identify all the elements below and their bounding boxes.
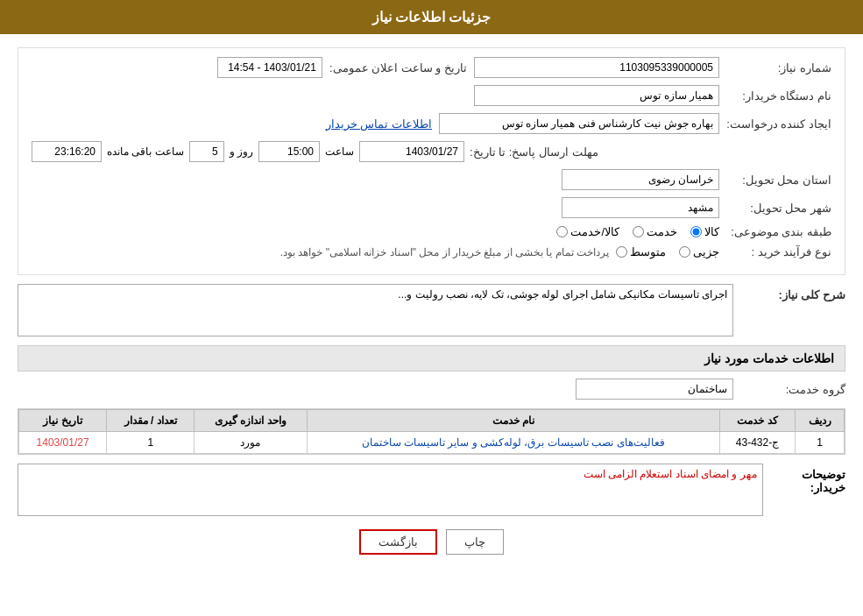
main-content: شماره نیاز: تاریخ و ساعت اعلان عمومی: نا… (0, 34, 863, 568)
col-tedad: تعداد / مقدار (107, 410, 195, 432)
nooe-farayand-label: نوع فرآیند خرید : (726, 245, 831, 258)
col-name: نام خدمت (307, 410, 719, 432)
radio-khadamat[interactable]: خدمت (633, 225, 677, 238)
etelaat-tamas-link[interactable]: اطلاعات تماس خریدار (326, 117, 432, 131)
mohlat-label: مهلت ارسال پاسخ: تا تاریخ: (470, 145, 598, 159)
ostan-input[interactable] (562, 169, 719, 190)
row-name-dastgah: نام دستگاه خریدار: (32, 85, 831, 106)
name-dastgah-input[interactable] (474, 85, 719, 106)
form-section-main: شماره نیاز: تاریخ و ساعت اعلان عمومی: نا… (18, 47, 845, 275)
btn-row: چاپ بازگشت (18, 529, 845, 555)
radio-kala-label: کالا (704, 225, 719, 238)
cell-tedad: 1 (107, 432, 195, 454)
cell-radif: 1 (796, 432, 845, 454)
days-label: روز و (230, 145, 253, 158)
col-vahed: واحد اندازه گیری (195, 410, 307, 432)
tarikh-saat-label: تاریخ و ساعت اعلان عمومی: (329, 61, 467, 74)
ejad-input[interactable] (439, 113, 719, 134)
tarikh-saat-input[interactable] (217, 57, 322, 78)
shomare-niaz-label: شماره نیاز: (726, 61, 831, 74)
shomare-niaz-input[interactable] (474, 57, 719, 78)
shahr-input[interactable] (562, 197, 719, 218)
nooe-note: پرداخت تمام یا بخشی از مبلغ خریدار از مح… (280, 246, 609, 258)
radio-jozii-input[interactable] (679, 246, 690, 258)
radio-kala-input[interactable] (690, 226, 702, 237)
khadamat-section-title: اطلاعات خدمات مورد نیاز (18, 345, 845, 372)
radio-jozii-label: جزیی (693, 245, 719, 258)
name-dastgah-label: نام دستگاه خریدار: (726, 89, 831, 103)
buyer-notes-section: توضیحات خریدار: مهر و امضای اسناد استعلا… (18, 464, 845, 516)
header-title: جزئیات اطلاعات نیاز (372, 10, 492, 25)
radio-motavasset[interactable]: متوسط (616, 245, 666, 258)
radio-khadamat-input[interactable] (633, 226, 644, 237)
page-header: جزئیات اطلاعات نیاز (0, 0, 863, 34)
back-button[interactable]: بازگشت (359, 529, 437, 555)
khadamat-table-container: ردیف کد خدمت نام خدمت واحد اندازه گیری ت… (18, 408, 845, 455)
ostan-label: استان محل تحویل: (726, 173, 831, 187)
radio-kala-khadamat[interactable]: کالا/خدمت (556, 225, 619, 238)
tabaqe-label: طبقه بندی موضوعی: (726, 225, 831, 238)
saat-label: ساعت (325, 145, 354, 158)
sharh-textarea[interactable]: اجرای تاسیسات مکانیکی شامل اجرای لوله جو… (18, 284, 733, 336)
remain-input[interactable] (32, 141, 102, 162)
mohlat-time-input[interactable] (258, 141, 320, 162)
row-tabaqe: طبقه بندی موضوعی: کالا/خدمت خدمت کالا (32, 225, 831, 238)
days-input[interactable] (189, 141, 224, 162)
cell-vahed: مورد (195, 432, 307, 454)
radio-kala[interactable]: کالا (690, 225, 719, 238)
col-kod: کد خدمت (719, 410, 795, 432)
shahr-label: شهر محل تحویل: (726, 202, 831, 215)
page-wrapper: جزئیات اطلاعات نیاز شماره نیاز: تاریخ و … (0, 0, 863, 616)
row-ejad: ایجاد کننده درخواست: اطلاعات تماس خریدار (32, 113, 831, 134)
cell-kod: ج-432-43 (719, 432, 795, 454)
col-tarikh: تاریخ نیاز (19, 410, 107, 432)
tozihat-label: توضیحات خریدار: (772, 464, 845, 494)
radio-jozii[interactable]: جزیی (679, 245, 719, 258)
gorooh-label: گروه خدمت: (740, 383, 845, 396)
row-mohlat: مهلت ارسال پاسخ: تا تاریخ: ساعت روز و سا… (32, 141, 831, 162)
col-radif: ردیف (796, 410, 845, 432)
table-header-row: ردیف کد خدمت نام خدمت واحد اندازه گیری ت… (19, 410, 845, 432)
radio-motavasset-label: متوسط (630, 245, 666, 258)
radio-kala-khadamat-input[interactable] (556, 226, 568, 237)
row-shahr: شهر محل تحویل: (32, 197, 831, 218)
sharh-label: شرح کلی نیاز: (740, 284, 845, 301)
row-shomare-tarikh: شماره نیاز: تاریخ و ساعت اعلان عمومی: (32, 57, 831, 78)
row-sharh: شرح کلی نیاز: اجرای تاسیسات مکانیکی شامل… (18, 284, 845, 336)
table-row: 1 ج-432-43 فعالیت‌های نصب تاسیسات برق، ل… (19, 432, 845, 454)
cell-name: فعالیت‌های نصب تاسیسات برق، لوله‌کشی و س… (307, 432, 719, 454)
gorooh-input[interactable] (576, 379, 733, 400)
cell-tarikh: 1403/01/27 (19, 432, 107, 454)
mohlat-date-input[interactable] (359, 141, 464, 162)
row-gorooh: گروه خدمت: (18, 379, 845, 400)
ejad-label: ایجاد کننده درخواست: (726, 117, 831, 131)
row-nooe-farayand: نوع فرآیند خرید : متوسط جزیی پرداخت تمام… (32, 245, 831, 258)
row-ostan: استان محل تحویل: (32, 169, 831, 190)
tabaqe-radio-group: کالا/خدمت خدمت کالا (556, 225, 719, 238)
print-button[interactable]: چاپ (446, 529, 504, 555)
tozihat-textarea[interactable]: مهر و امضای اسناد استعلام الزامی است (18, 464, 763, 516)
radio-motavasset-input[interactable] (616, 246, 627, 258)
khadamat-table: ردیف کد خدمت نام خدمت واحد اندازه گیری ت… (18, 409, 845, 454)
remain-label: ساعت باقی مانده (107, 145, 184, 158)
radio-khadamat-label: خدمت (647, 225, 677, 238)
radio-kala-khadamat-label: کالا/خدمت (570, 225, 619, 238)
nooe-radio-group: متوسط جزیی (616, 245, 719, 258)
